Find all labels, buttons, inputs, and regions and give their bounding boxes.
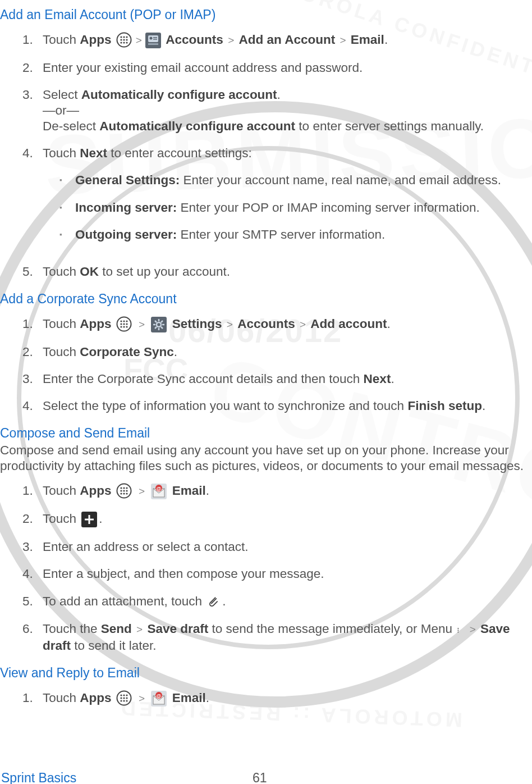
- compose-icon: [81, 511, 98, 528]
- step-number: 2.: [22, 511, 43, 528]
- numbered-step: 1.Touch Apps > Accounts > Add an Account…: [22, 32, 531, 49]
- apps-icon: [116, 32, 133, 49]
- footer-section-title: Sprint Basics: [1, 771, 76, 784]
- numbered-step: 4.Select the type of information you wan…: [22, 398, 531, 414]
- step-number: 4.: [22, 566, 43, 582]
- numbered-step: 1.Touch Apps > Email.: [22, 690, 531, 707]
- footer-page-number: 61: [253, 771, 267, 784]
- numbered-step: 2.Touch .: [22, 511, 531, 528]
- apps-icon: [116, 316, 133, 333]
- step-list: 1.Touch Apps > Settings > Accounts > Add…: [0, 316, 531, 414]
- step-text: Enter an address or select a contact.: [43, 540, 248, 554]
- section-heading: Add a Corporate Sync Account: [0, 291, 531, 307]
- numbered-step: 3.Enter an address or select a contact.: [22, 539, 531, 555]
- step-number: 3.: [22, 539, 43, 555]
- section-intro: Compose and send email using any account…: [0, 443, 531, 474]
- apps-icon: [116, 690, 133, 707]
- section-heading: View and Reply to Email: [0, 665, 531, 681]
- apps-icon: [116, 483, 133, 500]
- step-list: 1.Touch Apps > Accounts > Add an Account…: [0, 32, 531, 280]
- email-icon: [150, 483, 167, 500]
- step-number: 5.: [22, 594, 43, 610]
- numbered-step: 5.Touch OK to set up your account.: [22, 264, 531, 280]
- step-number: 1.: [22, 316, 43, 333]
- numbered-step: 2.Touch Corporate Sync.: [22, 344, 531, 360]
- step-number: 4.: [22, 398, 43, 414]
- step-number: 5.: [22, 264, 43, 280]
- step-number: 2.: [22, 344, 43, 360]
- step-number: 1.: [22, 483, 43, 500]
- numbered-step: 3.Select Automatically configure account…: [22, 87, 531, 134]
- step-number: 3.: [22, 371, 43, 387]
- step-text: Enter your existing email account addres…: [43, 61, 363, 75]
- numbered-step: 1.Touch Apps > Email.: [22, 483, 531, 500]
- numbered-step: 1.Touch Apps > Settings > Accounts > Add…: [22, 316, 531, 333]
- numbered-step: 4.Touch Next to enter account settings:G…: [22, 145, 531, 253]
- step-number: 4.: [22, 145, 43, 253]
- numbered-step: 4.Enter a subject, and then compose your…: [22, 566, 531, 582]
- sub-step: Outgoing server: Enter your SMTP server …: [59, 227, 531, 243]
- step-text: Enter a subject, and then compose your m…: [43, 567, 324, 581]
- step-list: 1.Touch Apps > Email.2.Touch .3.Enter an…: [0, 483, 531, 654]
- step-number: 1.: [22, 690, 43, 707]
- numbered-step: 6.Touch the Send > Save draft to send th…: [22, 621, 531, 654]
- attach-icon: [207, 594, 221, 610]
- contact-card-icon: [145, 32, 162, 49]
- step-number: 1.: [22, 32, 43, 49]
- bullet-icon: [59, 172, 75, 188]
- step-number: 3.: [22, 87, 43, 134]
- settings-icon: [150, 316, 167, 333]
- bullet-icon: [59, 200, 75, 216]
- section-heading: Compose and Send Email: [0, 425, 531, 441]
- numbered-step: 5.To add an attachment, touch .: [22, 594, 531, 610]
- sub-step: General Settings: Enter your account nam…: [59, 172, 531, 188]
- step-number: 2.: [22, 60, 43, 76]
- section-heading: Add an Email Account (POP or IMAP): [0, 7, 531, 23]
- sub-step: Incoming server: Enter your POP or IMAP …: [59, 200, 531, 216]
- menu-icon: [457, 621, 464, 638]
- step-number: 6.: [22, 621, 43, 654]
- numbered-step: 3.Enter the Corporate Sync account detai…: [22, 371, 531, 387]
- numbered-step: 2.Enter your existing email account addr…: [22, 60, 531, 76]
- email-icon: [150, 690, 167, 707]
- step-list: 1.Touch Apps > Email.: [0, 690, 531, 707]
- bullet-icon: [59, 227, 75, 243]
